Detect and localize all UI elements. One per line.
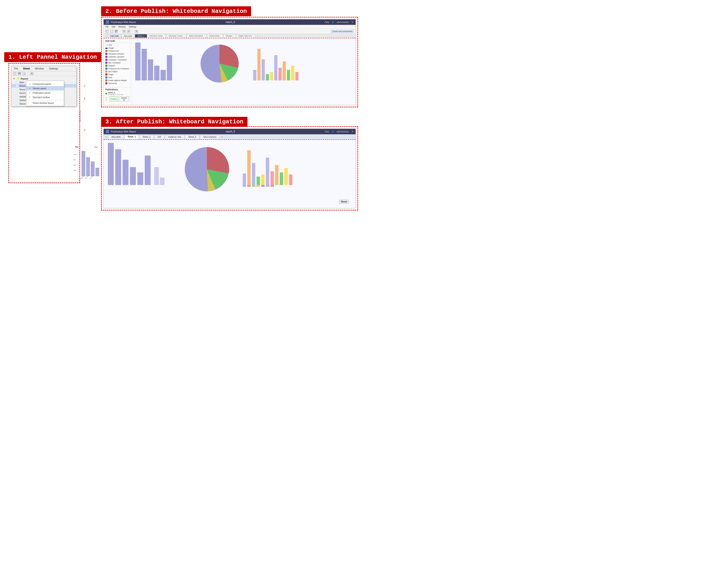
window-dropdown-menu: ✓ Component panel ✓ Sheets panel ✓ Publi… <box>26 81 64 106</box>
toolbar-refresh-before[interactable]: ↻ <box>135 30 138 33</box>
section3-label: 3. After Publish: Whiteboard Navigation <box>101 117 248 127</box>
node-image[interactable]: 📷 Image <box>104 47 131 50</box>
node-customer-product[interactable]: customer->product <box>104 55 131 58</box>
menu-settings-before[interactable]: Settings <box>129 26 136 28</box>
dropdown-component-panel[interactable]: ✓ Component panel <box>26 82 64 86</box>
chart-canvas-before <box>131 38 356 105</box>
left-panel-window: File Sheet Window Settings 📁 💾 📊 ↻ ▼ 📁 R… <box>11 66 76 107</box>
tab-discovery2-before[interactable]: Discovery: Compo... <box>167 34 186 37</box>
tab-bar-after: < data table Sheet_1 Sheet_2 GIS model b… <box>104 134 356 140</box>
svg-rect-54 <box>256 185 260 187</box>
node-taxonomy[interactable]: Taxonomy <box>104 82 131 85</box>
toolbar-undo-before[interactable]: ↩ <box>122 30 126 33</box>
svg-rect-42 <box>252 163 255 185</box>
svg-rect-49 <box>284 168 288 185</box>
tab-discovery1-before[interactable]: Discovery: Comp... <box>147 34 166 37</box>
menu-edit-before[interactable]: Edit <box>111 26 115 28</box>
svg-rect-46 <box>271 171 274 185</box>
tab-bar-before: ‹ Add node data table Sheet_1 Discovery:… <box>104 34 356 38</box>
pub-actions: ↗📁 Publish History (4) <box>105 97 129 102</box>
tab-next-btn-before[interactable]: › <box>256 34 259 37</box>
node-text[interactable]: 📑 Text <box>104 44 131 47</box>
toolbar-open-before[interactable]: 📄 <box>110 30 113 33</box>
pub-item-0: report_0 07/18/2017 11:57:02 <box>105 91 129 96</box>
dropdown-reset-layout[interactable]: Reset window layout <box>26 101 64 105</box>
tab-engine-before[interactable]: Engine Type vs E... <box>236 34 255 37</box>
before-publish-app-window: PolyAnalyst Web Report report_0 Help 👤 a… <box>103 19 356 105</box>
tab-emerging-before[interactable]: Emergin... <box>224 34 236 37</box>
svg-rect-28 <box>287 70 290 80</box>
svg-rect-14 <box>142 49 147 80</box>
menu-file-before[interactable]: File <box>105 26 109 28</box>
toolbar-redo-before[interactable]: ↪ <box>127 30 130 33</box>
toolbar-btn-4[interactable]: ↻ <box>30 72 33 75</box>
svg-rect-51 <box>243 185 246 187</box>
node-company-product[interactable]: company->product <box>104 52 131 55</box>
app-header-right-after: Help 👤 administrator ▼ <box>325 131 353 133</box>
tree-item-report[interactable]: ▼ 📁 Report <box>11 77 76 80</box>
tab-datatable-before[interactable]: data table <box>122 34 135 37</box>
export-icon[interactable]: ↗📁 <box>105 97 109 101</box>
tab-sheet1-after[interactable]: Sheet_1 <box>125 135 139 139</box>
tab-gis-after[interactable]: GIS <box>154 135 164 139</box>
dropdown-sheets-panel[interactable]: ✓ Sheets panel <box>26 86 64 90</box>
menu-sheet[interactable]: Sheet <box>22 67 31 71</box>
toolbar-btn-1[interactable]: 📁 <box>13 72 17 75</box>
dropdown-publication-panel[interactable]: ✓ Publication panel <box>26 90 64 95</box>
tab-datatable-after[interactable]: data table <box>108 135 124 139</box>
app-menubar-before: File Edit Window Settings <box>104 25 356 29</box>
toolbar-btn-2[interactable]: 💾 <box>18 72 21 75</box>
side-label-ol: OL <box>84 129 86 132</box>
tab-addnode[interactable]: Add node <box>108 34 121 37</box>
menu-window[interactable]: Window <box>34 67 45 71</box>
side-label-thought: Thought Leader <box>79 110 81 122</box>
toolbar-save-before[interactable]: 💾 <box>115 30 118 33</box>
node-year[interactable]: Year <box>104 76 131 79</box>
toolbar: 📁 💾 📊 ↻ <box>11 71 76 76</box>
tab-sheet2-after[interactable]: Sheet_2 <box>140 135 154 139</box>
charts-components-btn-before[interactable]: Charts and components <box>331 30 354 33</box>
history-button[interactable]: History (4) <box>119 97 129 102</box>
tab-sheet1-before[interactable]: Sheet_1 <box>135 34 147 37</box>
tab-prev-btn-after[interactable]: < <box>104 136 108 138</box>
node-gis[interactable]: GIS Object <box>104 70 131 73</box>
svg-rect-9 <box>95 168 99 176</box>
menu-file[interactable]: File <box>13 67 19 71</box>
tab-model-year-after[interactable]: model by Year <box>165 135 184 139</box>
menu-settings[interactable]: Settings <box>48 67 59 71</box>
node-products-list[interactable]: Products list <box>104 50 131 52</box>
pub-date: 07/18/2017 11:57:02 <box>108 94 123 96</box>
tab-sheet5-after[interactable]: Sheet_5 <box>185 135 199 139</box>
app-header-left-before: PolyAnalyst Web Report <box>106 20 136 24</box>
svg-rect-20 <box>253 70 256 80</box>
help-link-before[interactable]: Help <box>325 21 329 23</box>
svg-text:1000: 1000 <box>74 154 77 155</box>
pub-title: Publications <box>105 88 129 91</box>
dropdown-standard-toolbar[interactable]: ✓ Standard toolbar <box>26 95 64 99</box>
svg-rect-44 <box>261 175 265 185</box>
toolbar-btn-3[interactable]: 📊 <box>22 72 26 75</box>
tab-vehicle-before[interactable]: Vehicle Mode... <box>207 34 223 37</box>
app-title-after: PolyAnalyst Web Report <box>111 130 136 133</box>
node-support[interactable]: Support <box>104 64 131 67</box>
node-company-company[interactable]: company<->company <box>104 58 131 61</box>
chart-svg-after <box>104 140 356 208</box>
node-frequency[interactable]: Frequency by company1 <box>104 67 131 70</box>
toolbar-new-before[interactable]: 📁 <box>105 30 109 33</box>
svg-rect-55 <box>261 185 265 187</box>
user-dropdown-before[interactable]: ▼ <box>351 21 353 23</box>
node-power-weight[interactable]: Power against Weight <box>104 79 131 82</box>
menu-window-before[interactable]: Window <box>118 26 126 28</box>
tab-org-company-after[interactable]: Org-Company <box>200 135 220 139</box>
user-name-after: administrator <box>336 131 349 133</box>
tab-prev-btn-before[interactable]: ‹ <box>104 34 108 37</box>
svg-text:400: 400 <box>74 164 76 166</box>
tab-next-btn-after[interactable]: > <box>220 136 224 138</box>
node-org-company[interactable]: org->company <box>104 61 131 64</box>
app-header-after: PolyAnalyst Web Report report_0 Help 👤 a… <box>104 129 356 134</box>
publish-button[interactable]: Publish <box>109 97 118 102</box>
node-origin[interactable]: Origin <box>104 73 131 76</box>
help-link-after[interactable]: Help <box>325 131 329 133</box>
user-dropdown-after[interactable]: ▼ <box>351 131 353 133</box>
tab-defect-before[interactable]: Defect Description... <box>186 34 206 37</box>
